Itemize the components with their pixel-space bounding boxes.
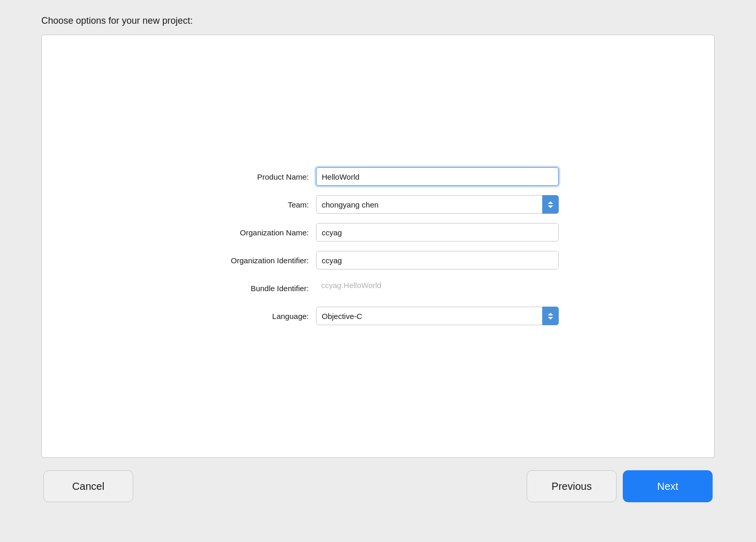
org-name-label: Organization Name: — [197, 228, 316, 237]
team-select-wrapper: chongyang chen Personal Team Add an Acco… — [316, 195, 559, 214]
dialog-container: Choose options for your new project: Pro… — [41, 15, 715, 502]
dialog-footer: Cancel Previous Next — [41, 470, 715, 502]
bundle-id-value: ccyag.HelloWorld — [316, 279, 559, 297]
org-id-label: Organization Identifier: — [197, 256, 316, 265]
language-select-wrapper: Objective-C Swift — [316, 307, 559, 325]
dialog-title: Choose options for your new project: — [41, 15, 715, 26]
footer-right-buttons: Previous Next — [527, 470, 713, 502]
team-row: Team: chongyang chen Personal Team Add a… — [197, 195, 559, 214]
next-button[interactable]: Next — [623, 470, 713, 502]
bundle-id-label: Bundle Identifier: — [197, 284, 316, 293]
product-name-row: Product Name: — [197, 167, 559, 186]
team-select[interactable]: chongyang chen Personal Team Add an Acco… — [316, 195, 559, 214]
cancel-button[interactable]: Cancel — [43, 470, 133, 502]
form-area: Product Name: Team: chongyang chen Perso… — [197, 167, 559, 325]
bundle-id-row: Bundle Identifier: ccyag.HelloWorld — [197, 279, 559, 297]
product-name-input[interactable] — [316, 167, 559, 186]
org-name-input[interactable] — [316, 223, 559, 242]
org-id-input[interactable] — [316, 251, 559, 269]
team-label: Team: — [197, 200, 316, 209]
previous-button[interactable]: Previous — [527, 470, 617, 502]
product-name-label: Product Name: — [197, 172, 316, 181]
language-select[interactable]: Objective-C Swift — [316, 307, 559, 325]
language-row: Language: Objective-C Swift — [197, 307, 559, 325]
org-id-row: Organization Identifier: — [197, 251, 559, 269]
dialog-content: Product Name: Team: chongyang chen Perso… — [41, 35, 715, 458]
org-name-row: Organization Name: — [197, 223, 559, 242]
language-label: Language: — [197, 312, 316, 321]
